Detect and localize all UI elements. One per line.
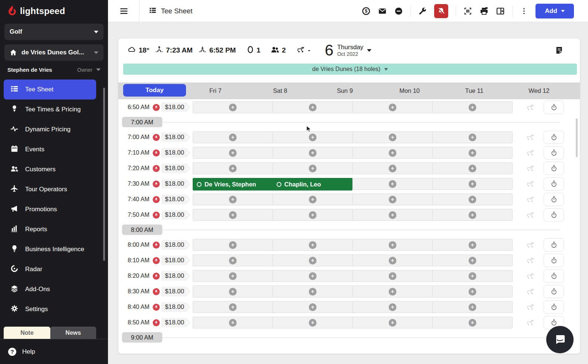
- empty-slot[interactable]: [273, 239, 352, 250]
- empty-slot[interactable]: [432, 102, 512, 113]
- empty-slot[interactable]: [432, 317, 512, 328]
- empty-slot[interactable]: [352, 317, 432, 328]
- hamburger-menu-icon[interactable]: [119, 6, 129, 16]
- day-tab-sun-9[interactable]: Sun 9: [312, 82, 377, 99]
- empty-slot[interactable]: [432, 270, 512, 282]
- chat-launcher-button[interactable]: [546, 326, 574, 353]
- tee-time-clock-button[interactable]: [544, 254, 564, 267]
- empty-slot[interactable]: [352, 301, 432, 313]
- empty-slot[interactable]: [273, 147, 352, 158]
- empty-slot[interactable]: [432, 194, 512, 205]
- empty-slot[interactable]: [352, 178, 432, 189]
- empty-slot[interactable]: [273, 209, 352, 220]
- kebab-menu-icon[interactable]: [520, 7, 528, 15]
- day-note-icon[interactable]: [555, 46, 564, 56]
- empty-slot[interactable]: [432, 178, 512, 189]
- empty-slot[interactable]: [273, 301, 352, 313]
- empty-slot[interactable]: [193, 102, 273, 113]
- sidebar-item-radar[interactable]: Radar: [4, 259, 96, 279]
- empty-slot[interactable]: [273, 163, 352, 174]
- empty-slot[interactable]: [352, 255, 432, 266]
- venue-selector[interactable]: de Vries Dunes Gol...: [4, 44, 104, 61]
- empty-slot[interactable]: [352, 239, 432, 250]
- tab-note[interactable]: Note: [4, 327, 50, 339]
- add-button[interactable]: Add: [535, 4, 574, 18]
- tee-time-clock-button[interactable]: [544, 285, 564, 298]
- booking-block[interactable]: De Vries, StephenChaplin, Leo: [193, 178, 352, 191]
- day-tab-fri-7[interactable]: Fri 7: [183, 82, 248, 99]
- empty-slot[interactable]: [273, 102, 352, 113]
- empty-slot[interactable]: [352, 102, 432, 113]
- empty-slot[interactable]: [273, 286, 352, 297]
- empty-slot[interactable]: [352, 163, 432, 174]
- day-tab-mon-10[interactable]: Mon 10: [377, 82, 442, 99]
- empty-slot[interactable]: [352, 209, 432, 220]
- tee-time-clock-button[interactable]: [544, 208, 564, 222]
- tee-time-clock-button[interactable]: [544, 300, 564, 314]
- today-button[interactable]: Today: [123, 84, 186, 97]
- help-row[interactable]: ? Help: [0, 339, 108, 364]
- tee-time-clock-button[interactable]: [544, 193, 564, 206]
- tee-time-clock-button[interactable]: [544, 177, 564, 191]
- empty-slot[interactable]: [352, 147, 432, 158]
- empty-slot[interactable]: [273, 194, 352, 205]
- empty-slot[interactable]: [193, 132, 273, 143]
- empty-slot[interactable]: [432, 209, 512, 220]
- sidebar-item-customers[interactable]: Customers: [4, 159, 96, 179]
- booked-player[interactable]: De Vries, Stephen: [193, 178, 273, 191]
- sidebar-item-tee-times-pricing[interactable]: Tee Times & Pricing: [4, 100, 96, 119]
- day-tab-tue-11[interactable]: Tue 11: [442, 82, 507, 99]
- empty-slot[interactable]: [273, 317, 352, 328]
- tee-time-clock-button[interactable]: [544, 162, 564, 175]
- user-row[interactable]: Stephen de Vries Owner: [0, 61, 108, 77]
- empty-slot[interactable]: [273, 132, 352, 143]
- empty-slot[interactable]: [273, 270, 352, 282]
- day-tab-today[interactable]: Today: [118, 82, 183, 99]
- tee-time-clock-button[interactable]: [544, 131, 564, 144]
- tee-time-clock-button[interactable]: [544, 146, 564, 159]
- sidebar-item-events[interactable]: Events: [4, 139, 96, 159]
- empty-slot[interactable]: [432, 163, 512, 174]
- notifications-off-button[interactable]: [434, 4, 448, 18]
- empty-slot[interactable]: [352, 286, 432, 297]
- booked-player[interactable]: Chaplin, Leo: [273, 178, 352, 191]
- sidebar-item-tee-sheet[interactable]: Tee Sheet: [4, 80, 96, 100]
- wrench-icon[interactable]: [418, 7, 427, 15]
- workspace-selector[interactable]: Golf: [4, 24, 104, 40]
- empty-slot[interactable]: [432, 132, 512, 143]
- empty-slot[interactable]: [193, 286, 273, 297]
- empty-slot[interactable]: [193, 239, 273, 250]
- empty-slot[interactable]: [193, 194, 273, 205]
- empty-slot[interactable]: [193, 209, 273, 220]
- day-tab-wed-12[interactable]: Wed 12: [507, 82, 571, 99]
- sidebar-item-add-ons[interactable]: Add-Ons: [4, 279, 96, 299]
- tab-news[interactable]: News: [50, 327, 96, 339]
- sidebar-item-tour-operators[interactable]: Tour Operators: [4, 179, 96, 199]
- empty-slot[interactable]: [432, 239, 512, 250]
- printer-icon[interactable]: [480, 7, 489, 16]
- sidebar-item-business-intelligence[interactable]: Business Intelligence: [4, 239, 96, 259]
- tee-time-clock-button[interactable]: [544, 101, 564, 114]
- empty-slot[interactable]: [193, 255, 273, 266]
- sidebar-item-reports[interactable]: Reports: [4, 219, 96, 239]
- sidebar-item-dynamic-pricing[interactable]: Dynamic Pricing: [4, 119, 96, 139]
- day-tab-sat-8[interactable]: Sat 8: [248, 82, 312, 99]
- empty-slot[interactable]: [352, 194, 432, 205]
- mail-icon[interactable]: [378, 7, 387, 16]
- empty-slot[interactable]: [193, 270, 273, 282]
- sidebar-item-settings[interactable]: Settings: [4, 299, 96, 319]
- empty-slot[interactable]: [432, 255, 512, 266]
- tee-time-clock-button[interactable]: [544, 238, 564, 252]
- sidebar-scrollbar[interactable]: [103, 88, 105, 261]
- empty-slot[interactable]: [193, 317, 273, 328]
- payments-icon[interactable]: $: [362, 7, 371, 16]
- empty-slot[interactable]: [273, 255, 352, 266]
- empty-slot[interactable]: [352, 270, 432, 282]
- empty-slot[interactable]: [352, 132, 432, 143]
- sidebar-item-promotions[interactable]: Promotions: [4, 199, 96, 219]
- minus-circle-icon[interactable]: [394, 7, 403, 16]
- empty-slot[interactable]: [432, 147, 512, 158]
- date-selector[interactable]: 6 Thursday Oct 2022: [325, 43, 371, 58]
- sheet-scrollbar[interactable]: [576, 118, 578, 157]
- tee-time-clock-button[interactable]: [544, 269, 564, 283]
